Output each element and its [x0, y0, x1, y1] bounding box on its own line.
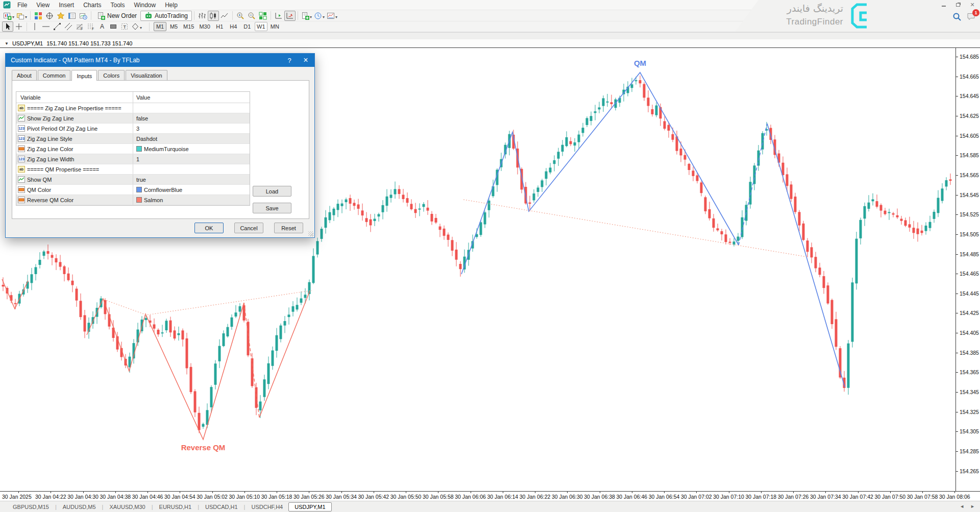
reset-button[interactable]: Reset: [274, 223, 303, 233]
input-value-cell[interactable]: 1: [133, 154, 250, 164]
tile-windows-button[interactable]: [257, 11, 268, 21]
inputs-row-show-qm[interactable]: Show QMtrue: [16, 175, 250, 185]
timeframe-m5[interactable]: M5: [167, 22, 180, 31]
inputs-row-show-zig-zag-line[interactable]: Show Zig Zag Linefalse: [16, 113, 250, 124]
chart-tab-audusd-m5[interactable]: AUDUSD,M5: [57, 503, 102, 511]
time-axis[interactable]: 30 Jan 202530 Jan 04:2230 Jan 04:3030 Ja…: [0, 491, 980, 501]
timeframe-m30[interactable]: M30: [197, 22, 212, 31]
minimize-button[interactable]: [938, 1, 949, 8]
channel-button[interactable]: [63, 21, 74, 32]
timeframe-d1[interactable]: D1: [241, 22, 254, 31]
auto-scroll-button[interactable]: [284, 11, 296, 21]
arrows-tool-button[interactable]: [130, 21, 143, 32]
neckline-left-line[interactable]: [104, 290, 312, 315]
search-button[interactable]: [952, 12, 962, 21]
input-value-cell[interactable]: 3: [133, 124, 250, 133]
notifications-button[interactable]: 1: [967, 12, 976, 20]
label-tool-button[interactable]: T: [119, 21, 130, 32]
chart-tab-eurusd-h1[interactable]: EURUSD,H1: [154, 503, 198, 511]
input-value-cell[interactable]: CornflowerBlue: [133, 185, 250, 194]
autotrading-button[interactable]: AutoTrading: [140, 11, 192, 21]
candlestick-mode-button[interactable]: [208, 11, 219, 21]
restore-button[interactable]: [952, 1, 964, 8]
new-order-button[interactable]: New Order: [93, 11, 140, 21]
dialog-tab-inputs[interactable]: Inputs: [71, 70, 97, 81]
zoom-in-button[interactable]: [235, 11, 246, 21]
data-window-button[interactable]: [44, 11, 55, 21]
input-value-cell[interactable]: MediumTurquoise: [133, 144, 250, 154]
timeframe-w1[interactable]: W1: [255, 22, 267, 31]
chart-tab-xauusd-m30[interactable]: XAUUSD,M30: [104, 503, 151, 511]
tab-scroll-left-icon[interactable]: ◄: [960, 504, 964, 509]
reverse-qm-dashed-line[interactable]: [244, 303, 259, 418]
fibonacci-grid-button[interactable]: F: [85, 21, 96, 32]
chart-quote-bar[interactable]: ▼ USDJPY,M1 151.740 151.740 151.733 151.…: [0, 39, 980, 47]
line-chart-mode-button[interactable]: [219, 11, 230, 21]
cursor-button[interactable]: [2, 21, 13, 32]
qm-zigzag-end-line[interactable]: [767, 124, 845, 387]
dialog-tab-about[interactable]: About: [12, 70, 37, 81]
menu-item-view[interactable]: View: [32, 1, 54, 9]
zoom-out-button[interactable]: [246, 11, 257, 21]
market-watch-button[interactable]: [33, 11, 44, 21]
input-value-cell[interactable]: true: [133, 175, 250, 184]
price-axis[interactable]: 154.685154.665154.645154.625154.605154.5…: [955, 47, 980, 491]
inputs-row-zig-zag-line-color[interactable]: Zig Zag Line ColorMediumTurquoise: [16, 144, 250, 154]
inputs-row-zig-zag-line-propertise[interactable]: ab===== Zig Zag Line Propertise =====: [16, 103, 250, 113]
text-tool-button[interactable]: A: [96, 21, 108, 32]
inputs-row-qm-color[interactable]: QM ColorCornflowerBlue: [16, 185, 250, 195]
dialog-tab-visualization[interactable]: Visualization: [126, 70, 167, 81]
menu-item-insert[interactable]: Insert: [54, 1, 79, 9]
input-value-cell[interactable]: false: [133, 113, 250, 123]
input-value-cell[interactable]: [133, 103, 250, 113]
close-button[interactable]: [967, 1, 978, 8]
menu-item-tools[interactable]: Tools: [106, 1, 130, 9]
input-value-cell[interactable]: [133, 164, 250, 174]
fibonacci-button[interactable]: F: [74, 21, 85, 32]
horizontal-line-button[interactable]: [40, 21, 52, 32]
timeframe-m1[interactable]: M1: [154, 22, 166, 31]
inputs-row-pivot-period-of-zig-zag-line[interactable]: 123Pivot Period Of Zig Zag Line3: [16, 124, 250, 134]
vertical-line-button[interactable]: [29, 21, 40, 32]
reverse-qm-end-line[interactable]: [259, 291, 310, 418]
timeframe-m15[interactable]: M15: [181, 22, 196, 31]
chart-tab-usdchf-h4[interactable]: USDCHF,H4: [246, 503, 288, 511]
inputs-row-zig-zag-line-width[interactable]: 123Zig Zag Line Width1: [16, 154, 250, 164]
dialog-tab-colors[interactable]: Colors: [98, 70, 125, 81]
reverse-qm-zigzag-line[interactable]: [87, 299, 244, 440]
tab-scroll-right-icon[interactable]: ►: [970, 504, 975, 509]
chart-tab-usdjpy-m1[interactable]: USDJPY,M1: [288, 502, 331, 511]
input-value-cell[interactable]: Dashdot: [133, 134, 250, 143]
qm-label[interactable]: QM: [634, 59, 646, 67]
strategy-tester-button[interactable]: [78, 11, 89, 21]
rectangle-tool-button[interactable]: [108, 21, 119, 32]
input-value-cell[interactable]: Salmon: [133, 195, 250, 205]
inputs-row-reverse-qm-color[interactable]: Reverse QM ColorSalmon: [16, 195, 250, 205]
menu-item-charts[interactable]: Charts: [79, 1, 106, 9]
reverse-qm-label[interactable]: Reverse QM: [181, 443, 226, 452]
crosshair-button[interactable]: [13, 21, 24, 32]
timeframe-h1[interactable]: H1: [213, 22, 226, 31]
menu-item-window[interactable]: Window: [130, 1, 161, 9]
timeframe-h4[interactable]: H4: [227, 22, 240, 31]
navigator-button[interactable]: [55, 11, 66, 21]
timeframe-mn[interactable]: MN: [268, 22, 281, 31]
inputs-row-qm-propertise[interactable]: ab===== QM Propertise =====: [16, 164, 250, 175]
cancel-button[interactable]: Cancel: [234, 223, 263, 233]
terminal-button[interactable]: [66, 11, 78, 21]
periods-button[interactable]: [313, 11, 326, 21]
templates-button[interactable]: [326, 11, 338, 21]
indicators-button[interactable]: [300, 11, 313, 21]
dialog-close-button[interactable]: ×: [298, 54, 313, 67]
menu-item-help[interactable]: Help: [160, 1, 182, 9]
resize-grip[interactable]: [308, 231, 313, 236]
menu-item-file[interactable]: File: [13, 1, 32, 9]
trendline-button[interactable]: [52, 21, 63, 32]
new-chart-button[interactable]: [2, 11, 15, 21]
dialog-tab-common[interactable]: Common: [38, 70, 71, 81]
save-button[interactable]: Save: [253, 203, 291, 213]
load-button[interactable]: Load: [253, 186, 291, 197]
chart-shift-button[interactable]: [273, 11, 284, 21]
chart-tab-usdcad-h1[interactable]: USDCAD,H1: [200, 503, 243, 511]
ok-button[interactable]: OK: [194, 223, 224, 233]
